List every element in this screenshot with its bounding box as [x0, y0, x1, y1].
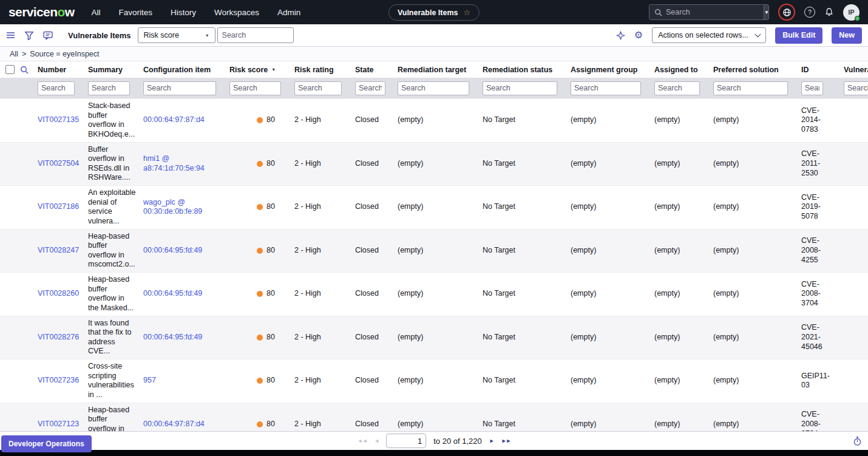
table-row: VIT0028260 Heap-based buffer overflow in…: [0, 272, 868, 316]
filter-input-number[interactable]: [38, 81, 75, 95]
column-header-vulnerability[interactable]: Vulnerability: [839, 66, 868, 74]
assignment-group-cell: (empty): [566, 376, 649, 386]
record-number-link[interactable]: VIT0028260: [38, 289, 79, 298]
bulk-edit-button[interactable]: Bulk Edit: [775, 27, 822, 44]
filter-input-risk-rating[interactable]: [294, 81, 342, 95]
state-cell: Closed: [350, 159, 393, 169]
filter-input-remediation-target[interactable]: [398, 81, 469, 95]
column-header-state[interactable]: State: [350, 66, 393, 74]
pager-next-button[interactable]: ►: [489, 438, 494, 444]
record-number-link[interactable]: VIT0027123: [38, 420, 79, 428]
column-header-summary[interactable]: Summary: [83, 66, 138, 74]
table-row: VIT0027186 An exploitable denial of serv…: [0, 185, 868, 229]
filter-input-vulnerability[interactable]: [844, 81, 868, 95]
configuration-item-link[interactable]: 00:00:64:95:fd:49: [143, 289, 202, 298]
context-pill-label: Vulnerable Items: [398, 9, 458, 17]
column-header-configuration-item[interactable]: Configuration item: [138, 66, 225, 74]
menu-item-history[interactable]: History: [171, 8, 196, 17]
row-actions-dropdown[interactable]: Actions on selected rows...: [652, 27, 766, 43]
chat-icon[interactable]: [43, 31, 53, 40]
record-number-link[interactable]: VIT0027186: [38, 202, 79, 211]
column-header-number[interactable]: Number: [33, 66, 83, 74]
menu-item-workspaces[interactable]: Workspaces: [214, 8, 259, 17]
pager-range-text: to 20 of 1,220: [433, 437, 482, 446]
column-header-assigned-to[interactable]: Assigned to: [649, 66, 708, 74]
column-header-remediation-status[interactable]: Remediation status: [478, 66, 566, 74]
filter-input-assigned-to[interactable]: [654, 81, 700, 95]
filter-input-preferred-solution[interactable]: [713, 81, 788, 95]
column-header-id[interactable]: ID: [796, 66, 839, 74]
preferred-solution-cell: (empty): [708, 333, 796, 342]
servicenow-logo[interactable]: servicenow: [8, 5, 74, 19]
remediation-target-cell: (empty): [393, 420, 478, 429]
globe-icon[interactable]: [778, 4, 795, 21]
developer-operations-button[interactable]: Developer Operations: [1, 435, 92, 452]
configuration-item-link[interactable]: 00:00:64:95:fd:49: [143, 246, 202, 254]
select-all-checkbox[interactable]: [5, 65, 15, 74]
pager-last-button[interactable]: ►►: [501, 438, 511, 444]
configuration-item-link[interactable]: hmi1 @ a8:74:1d:70:5e:94: [143, 154, 205, 172]
filter-input-configuration-item[interactable]: [143, 81, 216, 95]
search-scope-dropdown[interactable]: ▼: [764, 5, 769, 19]
breadcrumb-all[interactable]: All: [10, 50, 18, 58]
record-number-link[interactable]: VIT0028247: [38, 246, 79, 254]
assigned-to-cell: (empty): [649, 289, 708, 299]
global-search-input[interactable]: [662, 8, 764, 16]
record-number-link[interactable]: VIT0028276: [38, 333, 79, 341]
summary-cell: Heap-based buffer overflow in mscomct2.o…: [83, 232, 138, 270]
pager-page-input[interactable]: [386, 434, 426, 448]
column-header-remediation-target[interactable]: Remediation target: [393, 66, 478, 74]
filter-input-summary[interactable]: [88, 81, 130, 95]
filter-cell-id: [796, 81, 839, 95]
filter-input-assignment-group[interactable]: [571, 81, 641, 95]
filter-input-id[interactable]: [801, 81, 823, 95]
configuration-item-link[interactable]: 00:00:64:97:87:d4: [143, 115, 205, 124]
configuration-item-link[interactable]: 00:00:64:95:fd:49: [143, 333, 202, 341]
column-header-preferred-solution[interactable]: Preferred solution: [708, 66, 796, 74]
risk-score-cell: 80: [225, 289, 290, 299]
table-body: VIT0027135 Stack-based buffer overflow i…: [0, 98, 868, 446]
remediation-status-cell: No Target: [478, 202, 566, 212]
configuration-item-link[interactable]: 957: [143, 376, 156, 384]
filter-icon[interactable]: [24, 31, 34, 40]
state-cell: Closed: [350, 376, 393, 386]
configuration-item-link[interactable]: wago_plc @ 00:30:de:0b:fe:89: [143, 198, 202, 216]
column-header-assignment-group[interactable]: Assignment group: [566, 66, 649, 74]
breadcrumb-filter[interactable]: Source = eyeInspect: [30, 50, 99, 58]
row-actions-value: Actions on selected rows...: [658, 31, 748, 39]
configuration-item-link[interactable]: 00:00:64:97:87:d4: [143, 420, 205, 428]
help-icon[interactable]: ?: [804, 7, 815, 18]
column-search-toggle-icon[interactable]: [20, 66, 29, 74]
filter-input-remediation-status[interactable]: [483, 81, 557, 95]
pager-prev-button[interactable]: ◄: [374, 438, 379, 444]
record-number-link[interactable]: VIT0027135: [38, 115, 79, 124]
filter-input-state[interactable]: [355, 81, 385, 95]
state-cell: Closed: [350, 115, 393, 125]
id-cell: CVE-2008-3704: [801, 280, 833, 308]
column-header-risk-rating[interactable]: Risk rating: [290, 66, 350, 74]
remediation-status-cell: No Target: [478, 333, 566, 342]
assignment-group-cell: (empty): [566, 246, 649, 256]
personalize-gear-icon[interactable]: ⚙: [634, 30, 643, 40]
context-pill[interactable]: Vulnerable Items ☆: [388, 4, 480, 21]
list-menu-icon[interactable]: [6, 32, 15, 39]
sort-column-dropdown[interactable]: Risk score ▼: [138, 27, 215, 43]
list-search-input[interactable]: [217, 27, 294, 43]
new-button[interactable]: New: [832, 27, 862, 44]
column-header-risk-score[interactable]: Risk score▼: [225, 66, 290, 74]
refresh-timer-icon[interactable]: [853, 436, 862, 449]
menu-item-admin[interactable]: Admin: [277, 8, 300, 17]
record-number-link[interactable]: VIT0027504: [38, 159, 79, 168]
menu-item-all[interactable]: All: [91, 8, 100, 17]
record-number-link[interactable]: VIT0027236: [38, 376, 79, 384]
favorite-star-icon[interactable]: ☆: [463, 8, 470, 17]
filter-input-risk-score[interactable]: [229, 81, 281, 95]
filter-cell-assignment-group: [566, 81, 649, 95]
user-avatar[interactable]: IP: [843, 4, 860, 21]
list-assist-sparkle-icon[interactable]: [616, 31, 625, 40]
risk-score-dot-icon: [257, 117, 263, 123]
menu-item-favorites[interactable]: Favorites: [118, 8, 152, 17]
pager-first-button[interactable]: ◄◄: [357, 438, 367, 444]
notifications-bell-icon[interactable]: [824, 7, 834, 17]
preferred-solution-cell: (empty): [708, 115, 796, 125]
